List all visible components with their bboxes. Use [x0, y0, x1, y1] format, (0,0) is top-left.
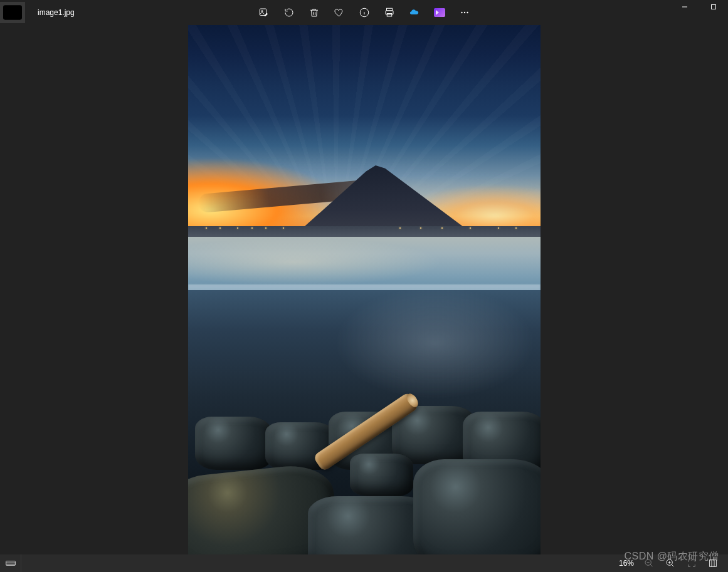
- clipchamp-icon: [434, 8, 445, 17]
- more-button[interactable]: [458, 6, 472, 19]
- maximize-icon: [710, 4, 717, 10]
- minimize-button[interactable]: [670, 0, 699, 14]
- clipchamp-button[interactable]: [433, 6, 446, 19]
- actual-size-icon: [708, 558, 718, 568]
- fit-window-button[interactable]: [685, 557, 698, 569]
- onedrive-button[interactable]: [408, 6, 421, 19]
- trash-icon: [309, 7, 320, 18]
- svg-rect-15: [710, 560, 717, 567]
- svg-point-8: [461, 12, 462, 13]
- zoom-controls: 16%: [619, 557, 728, 569]
- edit-image-button[interactable]: [257, 6, 271, 19]
- rotate-icon: [283, 7, 295, 18]
- info-icon: [359, 7, 370, 18]
- heart-icon: [334, 7, 345, 18]
- status-bar: 16%: [0, 554, 728, 572]
- zoom-out-icon: [644, 558, 654, 568]
- svg-point-1: [8, 9, 12, 14]
- zoom-out-button[interactable]: [643, 557, 655, 569]
- delete-button[interactable]: [307, 6, 321, 19]
- fit-icon: [687, 558, 697, 568]
- filmstrip-icon: [6, 559, 16, 567]
- print-icon: [384, 7, 395, 18]
- svg-rect-2: [260, 9, 266, 16]
- maximize-button[interactable]: [699, 0, 728, 14]
- zoom-in-icon: [665, 558, 675, 568]
- toolbar: [257, 0, 472, 25]
- image-canvas[interactable]: [0, 25, 728, 554]
- svg-rect-7: [387, 14, 392, 17]
- minimize-icon: [682, 4, 688, 10]
- app-icon[interactable]: [0, 2, 25, 23]
- onedrive-icon: [409, 7, 420, 18]
- info-button[interactable]: [357, 6, 371, 19]
- title-bar: image1.jpg: [0, 0, 728, 25]
- window-controls: [670, 0, 728, 14]
- rotate-button[interactable]: [282, 6, 296, 19]
- svg-rect-11: [712, 5, 716, 9]
- svg-rect-5: [386, 8, 392, 11]
- svg-point-3: [261, 11, 262, 12]
- zoom-in-button[interactable]: [664, 557, 677, 569]
- print-button[interactable]: [382, 6, 396, 19]
- photos-app-icon: [0, 0, 25, 25]
- zoom-level[interactable]: 16%: [619, 559, 634, 568]
- displayed-image: [188, 25, 541, 554]
- svg-rect-12: [6, 561, 15, 566]
- filmstrip-toggle[interactable]: [0, 554, 21, 572]
- svg-point-10: [467, 12, 468, 13]
- actual-size-button[interactable]: [707, 557, 719, 569]
- file-name: image1.jpg: [30, 8, 75, 17]
- favorite-button[interactable]: [332, 6, 346, 19]
- svg-point-9: [463, 12, 465, 13]
- more-icon: [459, 7, 470, 18]
- edit-image-icon: [258, 7, 270, 18]
